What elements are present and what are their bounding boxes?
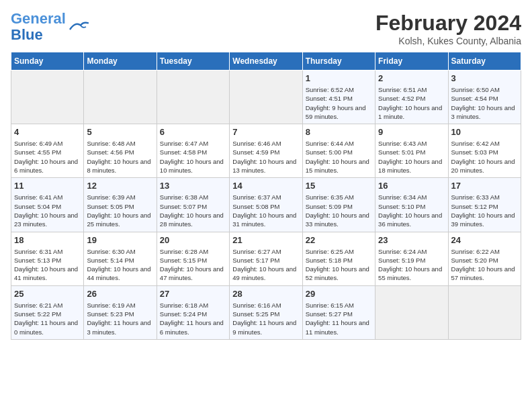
logo-bird-icon [67,17,89,36]
day-number: 15 [306,181,372,191]
day-info: Sunrise: 6:42 AM Sunset: 5:03 PM Dayligh… [451,139,518,175]
weekday-header-tuesday: Tuesday [157,52,229,71]
day-info: Sunrise: 6:43 AM Sunset: 5:01 PM Dayligh… [378,139,445,175]
day-cell: 24Sunrise: 6:22 AM Sunset: 5:20 PM Dayli… [448,232,521,285]
day-info: Sunrise: 6:51 AM Sunset: 4:52 PM Dayligh… [378,85,445,121]
day-info: Sunrise: 6:21 AM Sunset: 5:22 PM Dayligh… [14,301,81,336]
day-number: 17 [451,181,518,191]
day-number: 26 [87,289,153,299]
day-info: Sunrise: 6:49 AM Sunset: 4:55 PM Dayligh… [14,139,81,175]
day-info: Sunrise: 6:44 AM Sunset: 5:00 PM Dayligh… [306,139,372,175]
calendar-table: SundayMondayTuesdayWednesdayThursdayFrid… [11,52,521,340]
day-cell: 13Sunrise: 6:38 AM Sunset: 5:07 PM Dayli… [157,178,229,232]
day-info: Sunrise: 6:25 AM Sunset: 5:18 PM Dayligh… [306,247,372,283]
day-number: 7 [232,127,299,137]
day-cell [157,71,229,124]
day-cell: 19Sunrise: 6:30 AM Sunset: 5:14 PM Dayli… [84,232,157,285]
day-cell: 29Sunrise: 6:15 AM Sunset: 5:27 PM Dayli… [302,285,375,339]
day-number: 24 [451,235,518,245]
day-cell: 16Sunrise: 6:34 AM Sunset: 5:10 PM Dayli… [375,178,448,232]
day-number: 16 [378,181,445,191]
day-cell: 3Sunrise: 6:50 AM Sunset: 4:54 PM Daylig… [448,71,521,124]
calendar-title: February 2024 [375,11,521,36]
day-info: Sunrise: 6:28 AM Sunset: 5:15 PM Dayligh… [160,247,226,283]
day-cell: 22Sunrise: 6:25 AM Sunset: 5:18 PM Dayli… [302,232,375,285]
day-cell: 8Sunrise: 6:44 AM Sunset: 5:00 PM Daylig… [302,124,375,178]
page-header: General Blue February 2024 Kolsh, Kukes … [11,11,521,46]
day-number: 5 [87,127,153,137]
day-cell [230,71,302,124]
day-cell: 9Sunrise: 6:43 AM Sunset: 5:01 PM Daylig… [375,124,448,178]
day-number: 13 [160,181,226,191]
day-cell: 6Sunrise: 6:47 AM Sunset: 4:58 PM Daylig… [157,124,229,178]
day-number: 1 [306,73,372,83]
day-info: Sunrise: 6:33 AM Sunset: 5:12 PM Dayligh… [451,193,518,228]
day-number: 18 [14,235,81,245]
week-row-1: 1Sunrise: 6:52 AM Sunset: 4:51 PM Daylig… [11,71,521,124]
weekday-header-monday: Monday [84,52,157,71]
day-info: Sunrise: 6:46 AM Sunset: 4:59 PM Dayligh… [232,139,299,175]
day-info: Sunrise: 6:47 AM Sunset: 4:58 PM Dayligh… [160,139,226,175]
day-number: 3 [451,73,518,83]
logo-line1: General [11,10,66,27]
day-info: Sunrise: 6:48 AM Sunset: 4:56 PM Dayligh… [87,139,153,175]
day-cell: 28Sunrise: 6:16 AM Sunset: 5:25 PM Dayli… [230,285,302,339]
day-number: 27 [160,289,226,299]
day-number: 23 [378,235,445,245]
day-number: 25 [14,289,81,299]
day-info: Sunrise: 6:38 AM Sunset: 5:07 PM Dayligh… [160,193,226,228]
day-number: 6 [160,127,226,137]
day-number: 28 [232,289,299,299]
day-number: 21 [232,235,299,245]
day-number: 8 [306,127,372,137]
day-info: Sunrise: 6:24 AM Sunset: 5:19 PM Dayligh… [378,247,445,283]
day-info: Sunrise: 6:39 AM Sunset: 5:05 PM Dayligh… [87,193,153,228]
day-info: Sunrise: 6:50 AM Sunset: 4:54 PM Dayligh… [451,85,518,121]
day-cell: 18Sunrise: 6:31 AM Sunset: 5:13 PM Dayli… [11,232,84,285]
week-row-4: 18Sunrise: 6:31 AM Sunset: 5:13 PM Dayli… [11,232,521,285]
day-cell: 15Sunrise: 6:35 AM Sunset: 5:09 PM Dayli… [302,178,375,232]
day-number: 20 [160,235,226,245]
weekday-header-row: SundayMondayTuesdayWednesdayThursdayFrid… [11,52,521,71]
day-number: 11 [14,181,81,191]
day-cell [375,285,448,339]
weekday-header-friday: Friday [375,52,448,71]
day-cell: 2Sunrise: 6:51 AM Sunset: 4:52 PM Daylig… [375,71,448,124]
day-info: Sunrise: 6:19 AM Sunset: 5:23 PM Dayligh… [87,301,153,336]
day-number: 10 [451,127,518,137]
day-info: Sunrise: 6:15 AM Sunset: 5:27 PM Dayligh… [306,301,372,336]
day-info: Sunrise: 6:35 AM Sunset: 5:09 PM Dayligh… [306,193,372,228]
day-number: 22 [306,235,372,245]
day-info: Sunrise: 6:34 AM Sunset: 5:10 PM Dayligh… [378,193,445,228]
day-info: Sunrise: 6:27 AM Sunset: 5:17 PM Dayligh… [232,247,299,283]
day-number: 29 [306,289,372,299]
day-cell: 7Sunrise: 6:46 AM Sunset: 4:59 PM Daylig… [230,124,302,178]
day-info: Sunrise: 6:52 AM Sunset: 4:51 PM Dayligh… [306,85,372,121]
day-cell: 17Sunrise: 6:33 AM Sunset: 5:12 PM Dayli… [448,178,521,232]
calendar-subtitle: Kolsh, Kukes County, Albania [375,36,521,46]
logo-line2: Blue [11,26,43,43]
title-area: February 2024 Kolsh, Kukes County, Alban… [375,11,521,46]
day-cell: 5Sunrise: 6:48 AM Sunset: 4:56 PM Daylig… [84,124,157,178]
day-number: 2 [378,73,445,83]
day-cell: 14Sunrise: 6:37 AM Sunset: 5:08 PM Dayli… [230,178,302,232]
day-cell [84,71,157,124]
week-row-5: 25Sunrise: 6:21 AM Sunset: 5:22 PM Dayli… [11,285,521,339]
day-info: Sunrise: 6:37 AM Sunset: 5:08 PM Dayligh… [232,193,299,228]
day-number: 4 [14,127,81,137]
day-cell: 12Sunrise: 6:39 AM Sunset: 5:05 PM Dayli… [84,178,157,232]
day-cell: 10Sunrise: 6:42 AM Sunset: 5:03 PM Dayli… [448,124,521,178]
day-info: Sunrise: 6:30 AM Sunset: 5:14 PM Dayligh… [87,247,153,283]
day-info: Sunrise: 6:31 AM Sunset: 5:13 PM Dayligh… [14,247,81,283]
day-number: 12 [87,181,153,191]
weekday-header-saturday: Saturday [448,52,521,71]
day-cell: 1Sunrise: 6:52 AM Sunset: 4:51 PM Daylig… [302,71,375,124]
weekday-header-wednesday: Wednesday [230,52,302,71]
day-cell: 21Sunrise: 6:27 AM Sunset: 5:17 PM Dayli… [230,232,302,285]
day-cell: 25Sunrise: 6:21 AM Sunset: 5:22 PM Dayli… [11,285,84,339]
day-cell [11,71,84,124]
weekday-header-thursday: Thursday [302,52,375,71]
day-cell: 11Sunrise: 6:41 AM Sunset: 5:04 PM Dayli… [11,178,84,232]
day-info: Sunrise: 6:18 AM Sunset: 5:24 PM Dayligh… [160,301,226,336]
day-number: 19 [87,235,153,245]
